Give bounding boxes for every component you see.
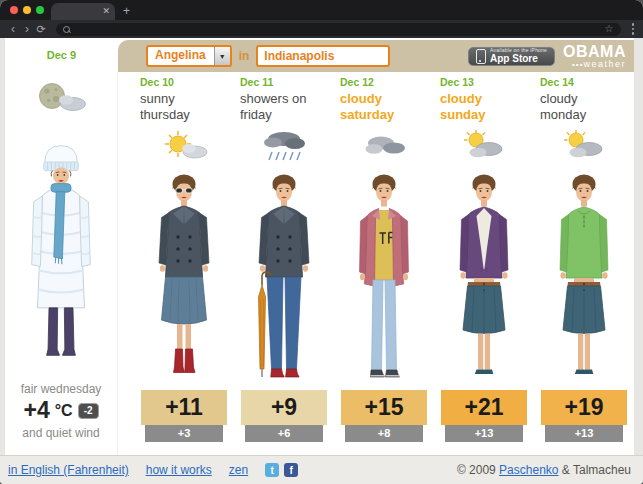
today-wind: and quiet wind — [22, 426, 99, 440]
today-unit: °C — [55, 402, 73, 420]
day-date: Dec 13 — [440, 76, 528, 88]
day-column-dec13: Dec 13 cloudysunday — [434, 72, 534, 455]
character-select[interactable]: Angelina ▼ — [146, 45, 232, 67]
top-bar: Angelina ▼ in Available on the iPhone Ap… — [118, 40, 634, 72]
address-bar[interactable]: ☆ — [56, 23, 621, 36]
outfit-figure — [238, 173, 330, 385]
in-label: in — [239, 49, 250, 63]
footer: in English (Fahrenheit) how it works zen… — [0, 455, 643, 484]
day-date: Dec 12 — [340, 76, 428, 88]
logo-title: OBAMA — [563, 44, 626, 60]
facebook-icon[interactable]: f — [284, 463, 298, 477]
browser-toolbar: ‹ › ⟳ ☆ — [0, 20, 643, 38]
logo-dots: ••• — [572, 60, 583, 69]
day-column-dec12: Dec 12 cloudysaturday — [334, 72, 434, 455]
app-store-line2: App Store — [490, 54, 547, 64]
outfit-figure — [438, 173, 530, 385]
reload-icon[interactable]: ⟳ — [34, 23, 48, 35]
day-temperature: +11 — [141, 390, 227, 425]
temperature-box: +19 +13 — [541, 390, 627, 442]
twitter-icon[interactable]: t — [265, 463, 279, 477]
minimize-window-button[interactable] — [23, 6, 31, 14]
zoom-window-button[interactable] — [36, 6, 44, 14]
zen-link[interactable]: zen — [229, 463, 248, 477]
day-condition: cloudysunday — [440, 91, 528, 124]
rain-clouds-icon — [256, 125, 312, 171]
weather-page: Dec 9 Angelina ▼ in Available on the iPh… — [5, 38, 634, 455]
night-temperature: +6 — [245, 425, 323, 442]
day-temperature: +21 — [441, 390, 527, 425]
day-temperature: +15 — [341, 390, 427, 425]
language-units-link[interactable]: in English (Fahrenheit) — [8, 463, 129, 477]
iphone-icon — [476, 49, 486, 64]
day-temperature: +9 — [241, 390, 327, 425]
forward-icon[interactable]: › — [20, 23, 34, 35]
author-link[interactable]: Paschenko — [499, 463, 558, 477]
day-column-dec14: Dec 14 cloudymonday — [534, 72, 634, 455]
obama-weather-logo: OBAMA •••weather — [563, 44, 626, 69]
close-window-button[interactable] — [10, 6, 18, 14]
browser-tab[interactable]: ✕ — [51, 3, 115, 20]
day-column-dec10: Dec 10 sunnythursday — [134, 72, 234, 455]
how-it-works-link[interactable]: how it works — [146, 463, 212, 477]
browser-window: ✕ + ‹ › ⟳ ☆ Dec 9 Angelina ▼ in — [0, 0, 643, 484]
day-condition: sunnythursday — [140, 91, 228, 124]
temperature-box: +9 +6 — [241, 390, 327, 442]
new-tab-button[interactable]: + — [123, 2, 130, 20]
day-condition: showers onfriday — [240, 91, 328, 124]
sun-behind-clouds-icon — [556, 125, 612, 171]
copyright: © 2009 Paschenko & Talmacheu — [457, 463, 631, 477]
day-condition: cloudysaturday — [340, 91, 428, 124]
clouds-icon — [356, 125, 412, 171]
outfit-figure — [138, 173, 230, 385]
day-date: Dec 10 — [140, 76, 228, 88]
moon-and-cloud-icon — [35, 80, 87, 116]
today-outfit-figure — [13, 138, 109, 376]
day-condition: cloudymonday — [540, 91, 628, 124]
logo-word: weather — [583, 59, 626, 69]
temperature-box: +15 +8 — [341, 390, 427, 442]
chevron-down-icon[interactable]: ▼ — [214, 47, 230, 65]
tab-close-icon[interactable]: ✕ — [102, 7, 110, 16]
app-store-badge[interactable]: Available on the iPhone App Store — [468, 47, 555, 66]
today-temperature: +4 — [23, 399, 49, 422]
night-temperature: +8 — [345, 425, 423, 442]
day-date: Dec 11 — [240, 76, 328, 88]
night-temperature: +3 — [145, 425, 223, 442]
outfit-figure — [338, 173, 430, 385]
day-temperature: +19 — [541, 390, 627, 425]
night-temperature: +13 — [445, 425, 523, 442]
outfit-figure — [538, 173, 630, 385]
forecast-columns: Dec 10 sunnythursday — [134, 72, 634, 455]
character-select-value: Angelina — [148, 47, 214, 65]
today-column: fair wednesday +4°C -2 and quiet wind — [5, 72, 118, 455]
day-date: Dec 14 — [540, 76, 628, 88]
sun-and-cloud-icon — [156, 125, 212, 171]
today-delta-badge: -2 — [78, 403, 99, 419]
today-date-header: Dec 9 — [5, 38, 118, 72]
temperature-box: +11 +3 — [141, 390, 227, 442]
city-input[interactable] — [256, 45, 390, 67]
browser-menu-icon[interactable] — [629, 23, 638, 35]
today-condition: fair wednesday — [21, 382, 102, 396]
back-icon[interactable]: ‹ — [6, 23, 20, 35]
search-icon — [63, 26, 70, 33]
browser-titlebar: ✕ + — [0, 0, 643, 20]
top-bar-right: Available on the iPhone App Store OBAMA … — [468, 44, 628, 69]
traffic-lights — [0, 0, 51, 20]
temperature-box: +21 +13 — [441, 390, 527, 442]
today-temperature-row: +4°C -2 — [23, 399, 98, 422]
sun-behind-clouds-icon — [456, 125, 512, 171]
night-temperature: +13 — [545, 425, 623, 442]
day-column-dec11: Dec 11 showers onfriday — [234, 72, 334, 455]
bookmark-star-icon[interactable]: ☆ — [605, 24, 614, 34]
today-date: Dec 9 — [47, 49, 76, 61]
